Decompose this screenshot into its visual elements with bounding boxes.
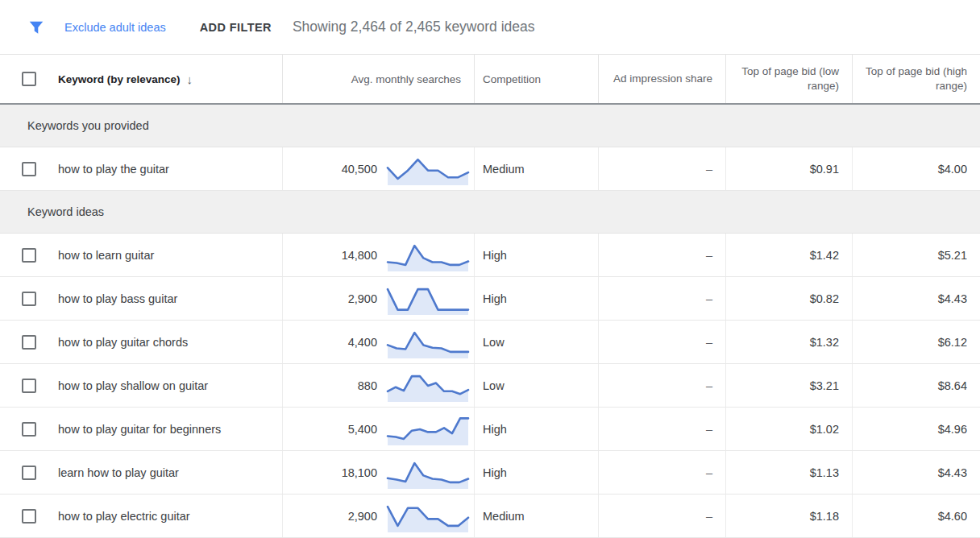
- search-trend-sparkline: [385, 456, 471, 490]
- avg-monthly-searches-value: 18,100: [342, 466, 377, 479]
- header-ad-impression-share[interactable]: Ad impression share: [598, 55, 725, 103]
- header-top-of-page-bid-high[interactable]: Top of page bid (high range): [852, 55, 980, 103]
- ad-impression-share-value: –: [706, 336, 712, 349]
- sort-descending-icon[interactable]: ↓: [187, 72, 193, 86]
- keyword-table-row[interactable]: how to play the guitar 40,500 Medium – $…: [0, 147, 980, 191]
- row-checkbox-cell: [0, 364, 58, 407]
- avg-monthly-searches-value: 2,900: [348, 292, 377, 305]
- keyword-table-row[interactable]: how to learn guitar 14,800 High – $1.42 …: [0, 234, 980, 277]
- keyword-table-row[interactable]: how to play electric guitar 2,900 Medium…: [0, 495, 980, 538]
- bid-low-cell: $1.02: [725, 408, 852, 450]
- row-checkbox[interactable]: [22, 335, 36, 350]
- exclude-adult-ideas-link[interactable]: Exclude adult ideas: [64, 21, 166, 34]
- ad-impression-share-value: –: [706, 292, 712, 305]
- row-checkbox[interactable]: [22, 292, 36, 306]
- table-body: Keywords you provided how to play the gu…: [0, 105, 980, 538]
- keyword-cell: how to learn guitar: [58, 234, 282, 276]
- competition-cell: Medium: [474, 495, 598, 537]
- header-competition[interactable]: Competition: [474, 55, 598, 103]
- row-checkbox[interactable]: [22, 248, 36, 263]
- bid-low-cell: $0.91: [725, 147, 852, 190]
- row-checkbox[interactable]: [22, 509, 36, 524]
- bid-high-value: $6.12: [938, 336, 967, 349]
- avg-monthly-searches-cell: 4,400: [282, 321, 474, 363]
- bid-high-cell: $8.64: [852, 364, 980, 407]
- keyword-cell: learn how to play guitar: [58, 451, 282, 494]
- select-all-checkbox[interactable]: [22, 72, 36, 86]
- bid-low-cell: $1.42: [725, 234, 852, 276]
- avg-monthly-searches-cell: 40,500: [282, 147, 474, 190]
- avg-monthly-searches-cell: 2,900: [282, 495, 474, 537]
- results-count-text: Showing 2,464 of 2,465 keyword ideas: [293, 19, 535, 35]
- bid-high-cell: $6.12: [852, 321, 980, 363]
- bid-low-value: $1.42: [810, 249, 839, 262]
- avg-monthly-searches-value: 880: [358, 379, 377, 392]
- bid-low-cell: $1.13: [725, 451, 852, 494]
- bid-high-value: $5.21: [938, 249, 967, 262]
- row-checkbox-cell: [0, 147, 58, 190]
- competition-value: High: [483, 249, 507, 262]
- avg-monthly-searches-cell: 5,400: [282, 408, 474, 450]
- keyword-text: learn how to play guitar: [58, 466, 179, 479]
- competition-cell: Medium: [474, 147, 598, 190]
- bid-low-value: $1.32: [810, 336, 839, 349]
- header-top-of-page-bid-low[interactable]: Top of page bid (low range): [725, 55, 852, 103]
- row-checkbox[interactable]: [22, 466, 36, 480]
- ad-impression-share-value: –: [706, 510, 712, 523]
- bid-high-value: $4.60: [938, 510, 967, 523]
- competition-cell: High: [474, 234, 598, 276]
- table-header-row: Keyword (by relevance) ↓ Avg. monthly se…: [0, 55, 980, 105]
- keyword-cell: how to play shallow on guitar: [58, 364, 282, 407]
- competition-cell: High: [474, 408, 598, 450]
- keyword-table-row[interactable]: how to play guitar for beginners 5,400 H…: [0, 408, 980, 451]
- competition-value: Low: [483, 379, 505, 392]
- keyword-text: how to play the guitar: [58, 163, 169, 176]
- header-avg-monthly-searches[interactable]: Avg. monthly searches: [282, 55, 474, 103]
- bid-high-value: $8.64: [938, 379, 967, 392]
- bid-high-value: $4.96: [938, 423, 967, 436]
- keyword-cell: how to play the guitar: [58, 147, 282, 190]
- keyword-text: how to play guitar chords: [58, 336, 188, 349]
- search-trend-sparkline: [385, 325, 471, 359]
- bid-low-cell: $1.32: [725, 321, 852, 363]
- bid-high-cell: $4.96: [852, 408, 980, 450]
- avg-monthly-searches-value: 5,400: [348, 423, 377, 436]
- header-keyword[interactable]: Keyword (by relevance) ↓: [58, 55, 282, 103]
- search-trend-sparkline: [385, 282, 471, 316]
- header-checkbox-cell: [0, 55, 58, 103]
- ad-impression-share-value: –: [706, 423, 712, 436]
- bid-low-cell: $3.21: [725, 364, 852, 407]
- keyword-cell: how to play guitar for beginners: [58, 408, 282, 450]
- ad-impression-share-cell: –: [598, 495, 725, 537]
- competition-value: High: [483, 466, 507, 479]
- competition-value: High: [483, 423, 507, 436]
- row-checkbox[interactable]: [22, 379, 36, 393]
- filter-funnel-icon: [27, 19, 45, 36]
- add-filter-button[interactable]: ADD FILTER: [200, 21, 272, 34]
- row-checkbox[interactable]: [22, 422, 36, 437]
- section-header-row: Keywords you provided: [0, 105, 980, 147]
- ad-impression-share-value: –: [706, 466, 712, 479]
- ad-impression-share-cell: –: [598, 451, 725, 494]
- keyword-table-row[interactable]: learn how to play guitar 18,100 High – $…: [0, 451, 980, 495]
- competition-value: Low: [483, 336, 505, 349]
- row-checkbox-cell: [0, 451, 58, 494]
- ad-impression-share-cell: –: [598, 147, 725, 190]
- keyword-table-row[interactable]: how to play guitar chords 4,400 Low – $1…: [0, 321, 980, 364]
- keyword-table-row[interactable]: how to play shallow on guitar 880 Low – …: [0, 364, 980, 408]
- search-trend-sparkline: [385, 369, 471, 403]
- row-checkbox[interactable]: [22, 162, 36, 176]
- avg-monthly-searches-value: 4,400: [348, 336, 377, 349]
- bid-low-cell: $0.82: [725, 277, 852, 320]
- row-checkbox-cell: [0, 277, 58, 320]
- bid-high-cell: $4.60: [852, 495, 980, 537]
- keyword-table-row[interactable]: how to play bass guitar 2,900 High – $0.…: [0, 277, 980, 321]
- keyword-text: how to play guitar for beginners: [58, 423, 221, 436]
- ad-impression-share-cell: –: [598, 234, 725, 276]
- bid-high-value: $4.00: [938, 163, 967, 176]
- bid-low-value: $1.02: [810, 423, 839, 436]
- search-trend-sparkline: [385, 499, 471, 533]
- competition-cell: High: [474, 277, 598, 320]
- keyword-text: how to play bass guitar: [58, 292, 177, 305]
- avg-monthly-searches-cell: 14,800: [282, 234, 474, 276]
